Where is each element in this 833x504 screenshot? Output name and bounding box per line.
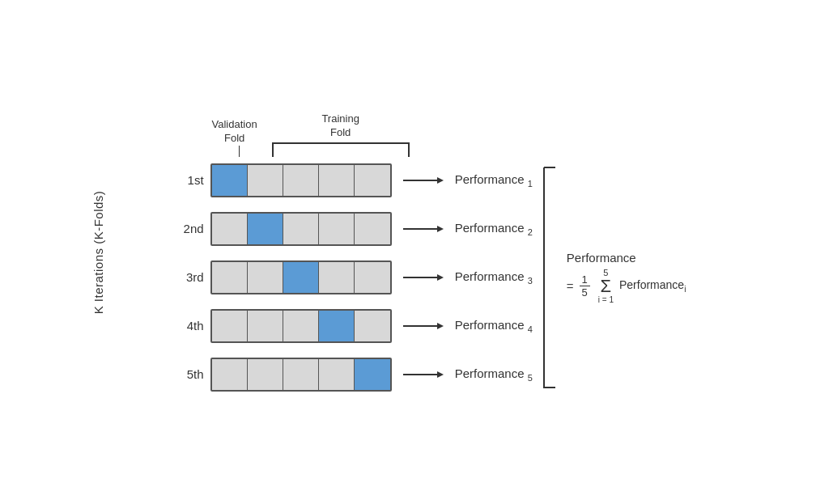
block-3-3 [283, 262, 319, 293]
formula-title: Performance [567, 251, 636, 265]
sigma-bottom: i = 1 [598, 295, 614, 304]
svg-marker-3 [437, 226, 444, 232]
block-5-2 [248, 359, 283, 390]
fraction-numerator: 1 [580, 273, 590, 286]
block-1-3 [283, 165, 319, 196]
svg-marker-7 [437, 323, 444, 329]
rows-list: 1st Performance 1 2nd [172, 163, 533, 392]
row-label-5th: 5th [172, 367, 204, 381]
arrow-3rd [403, 269, 444, 286]
diagram-container: K Iterations (K-Folds) ValidationFold Tr… [28, 18, 805, 487]
block-5-4 [319, 359, 355, 390]
row-label-4th: 4th [172, 319, 204, 332]
validation-fold-label: ValidationFold [210, 118, 259, 146]
training-fold-label: TrainingFold [321, 112, 359, 140]
row-label-2nd: 2nd [172, 222, 204, 235]
block-5-1 [212, 359, 248, 390]
block-3-2 [248, 262, 283, 293]
performance-2: Performance 2 [455, 221, 533, 237]
row-2nd: 2nd Performance 2 [172, 212, 533, 246]
header-labels: ValidationFold TrainingFold [210, 112, 686, 157]
arrow-5th [403, 366, 444, 383]
svg-marker-5 [437, 274, 444, 281]
fold-blocks-3rd [210, 260, 392, 294]
formula-container: Performance = 1 5 5 Σ i = 1 Performancei [567, 251, 686, 304]
performance-i-subscript: i [684, 285, 686, 294]
block-3-1 [212, 262, 248, 293]
svg-marker-9 [437, 371, 444, 378]
right-bracket [541, 164, 559, 391]
performance-1: Performance 1 [455, 172, 533, 188]
block-4-4 [319, 311, 355, 341]
block-2-1 [212, 214, 248, 244]
sigma-block: 5 Σ i = 1 [598, 268, 614, 304]
row-4th: 4th Performance 4 [172, 309, 533, 343]
block-2-4 [319, 214, 355, 244]
formula-equals: = 1 5 5 Σ i = 1 Performancei [567, 268, 686, 304]
performance-3: Performance 3 [455, 269, 533, 286]
arrow-2nd [403, 221, 444, 237]
fold-blocks-5th [210, 358, 392, 392]
block-5-5 [355, 359, 390, 390]
equals-sign: = [567, 279, 574, 293]
row-3rd: 3rd Performance 3 [172, 260, 533, 294]
fold-blocks-1st [210, 163, 392, 197]
block-1-2 [248, 165, 283, 196]
block-1-5 [355, 165, 390, 196]
row-5th: 5th Performance 5 [172, 358, 533, 392]
block-3-4 [319, 262, 355, 293]
block-4-3 [283, 311, 319, 341]
arrow-4th [403, 318, 444, 334]
row-label-1st: 1st [172, 173, 204, 187]
fraction-denominator: 5 [580, 286, 590, 299]
block-2-5 [355, 214, 390, 244]
performance-4: Performance 4 [455, 318, 533, 334]
row-1st: 1st Performance 1 [172, 163, 533, 197]
fold-blocks-2nd [210, 212, 392, 246]
block-3-5 [355, 262, 390, 293]
arrow-1st [403, 172, 444, 188]
k-iterations-label: K Iterations (K-Folds) [91, 190, 104, 314]
block-1-1 [212, 165, 248, 196]
block-5-3 [283, 359, 319, 390]
training-bracket [272, 142, 410, 157]
block-4-5 [355, 311, 390, 341]
performance-i-label: Performancei [619, 278, 686, 294]
block-2-2 [248, 214, 283, 244]
block-4-2 [248, 311, 283, 341]
fraction: 1 5 [580, 273, 590, 299]
rows-wrapper: 1st Performance 1 2nd [172, 163, 686, 392]
performance-5: Performance 5 [455, 366, 533, 383]
sigma-symbol: Σ [601, 277, 612, 295]
block-1-4 [319, 165, 355, 196]
block-4-1 [212, 311, 248, 341]
fold-blocks-4th [210, 309, 392, 343]
svg-marker-1 [437, 177, 444, 184]
row-label-3rd: 3rd [172, 270, 204, 284]
block-2-3 [283, 214, 319, 244]
